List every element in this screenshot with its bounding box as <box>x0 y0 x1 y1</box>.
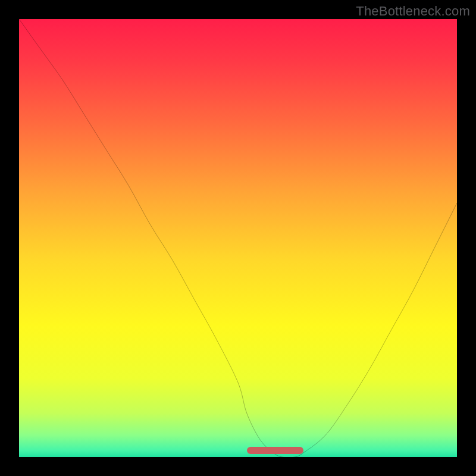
optimal-range-marker <box>247 447 304 454</box>
watermark-text: TheBottleneck.com <box>356 4 470 19</box>
chart-frame: TheBottleneck.com <box>0 0 476 476</box>
plot-area <box>19 19 457 457</box>
bottleneck-curve <box>19 19 457 457</box>
